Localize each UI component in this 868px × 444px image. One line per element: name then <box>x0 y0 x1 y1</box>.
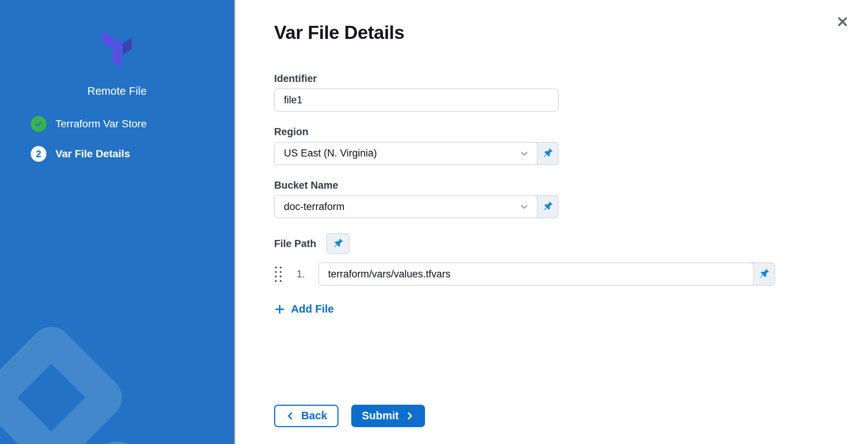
region-selected-value: US East (N. Virginia) <box>284 148 377 159</box>
identifier-input[interactable] <box>274 88 559 112</box>
wizard-sidebar: Remote File Terraform Var Store 2 Var Fi… <box>0 0 235 444</box>
step-number-badge: 2 <box>31 146 46 162</box>
pushpin-icon <box>541 200 554 213</box>
plus-icon <box>274 304 285 315</box>
step-label: Var File Details <box>55 148 130 160</box>
region-label: Region <box>274 126 559 138</box>
chevron-right-icon <box>405 411 415 421</box>
bucket-name-field-group: Bucket Name doc-terraform <box>274 179 559 218</box>
terraform-logo-icon <box>101 31 134 68</box>
wizard-steps: Terraform Var Store 2 Var File Details <box>31 116 234 162</box>
bucket-name-select[interactable]: doc-terraform <box>274 195 538 218</box>
file-path-label: File Path <box>274 238 316 250</box>
var-file-details-panel: Var File Details Identifier Region US Ea… <box>235 0 868 444</box>
chevron-left-icon <box>285 411 295 421</box>
identifier-label: Identifier <box>274 73 559 85</box>
file-path-header: File Path <box>274 233 775 254</box>
file-path-row: 1. <box>274 262 775 286</box>
check-icon <box>34 119 43 129</box>
close-icon <box>837 16 849 28</box>
file-row-index: 1. <box>297 268 308 280</box>
chevron-down-icon <box>519 148 529 159</box>
step-label: Terraform Var Store <box>55 118 147 130</box>
bucket-name-label: Bucket Name <box>274 179 559 191</box>
submit-button[interactable]: Submit <box>351 405 425 427</box>
step-var-file-details[interactable]: 2 Var File Details <box>31 146 234 162</box>
pushpin-icon <box>541 147 554 160</box>
pushpin-icon <box>758 268 770 280</box>
identifier-field-group: Identifier <box>274 73 559 112</box>
back-button[interactable]: Back <box>274 405 339 427</box>
wizard-actions: Back Submit <box>274 405 775 427</box>
bucket-selected-value: doc-terraform <box>284 201 345 213</box>
submit-button-label: Submit <box>362 410 398 422</box>
region-select[interactable]: US East (N. Virginia) <box>274 142 538 165</box>
file-path-input[interactable] <box>318 262 754 286</box>
pushpin-icon <box>331 237 344 250</box>
add-file-button[interactable]: Add File <box>274 303 334 315</box>
add-file-label: Add File <box>291 303 334 315</box>
close-button[interactable] <box>834 13 851 30</box>
page-title: Var File Details <box>274 22 775 43</box>
back-button-label: Back <box>301 410 327 422</box>
step-completed-badge <box>31 116 46 132</box>
drag-handle-icon[interactable] <box>275 267 282 282</box>
step-terraform-var-store[interactable]: Terraform Var Store <box>31 116 234 132</box>
chevron-down-icon <box>519 201 529 212</box>
region-field-group: Region US East (N. Virginia) <box>274 126 559 165</box>
file-path-pin-button[interactable] <box>326 233 350 254</box>
wizard-title: Remote File <box>0 85 234 97</box>
watermark-diamond-top <box>0 318 131 444</box>
